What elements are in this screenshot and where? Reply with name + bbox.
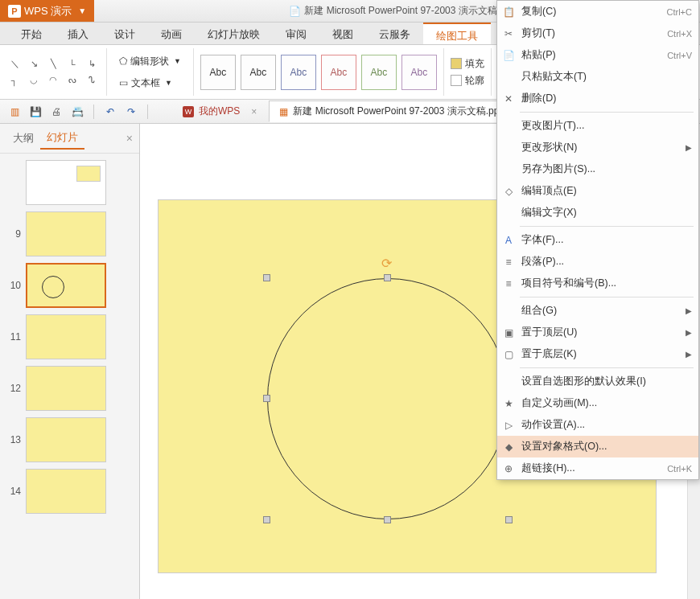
thumbnail[interactable] [26,211,106,256]
curve-icon[interactable]: ◡ [26,74,42,87]
menu-item[interactable]: 编辑文字(X) [497,202,698,224]
edit-shape-button[interactable]: ⬠ 编辑形状 ▼ [113,52,187,71]
thumbnail-row[interactable]: 10 [3,260,136,311]
elbow2-icon[interactable]: ┐ [6,74,23,87]
menu-label: 编辑文字(X) [521,206,577,219]
menu-item[interactable]: ✕删除(D) [497,88,698,109]
style-preset[interactable]: Abc [401,55,437,90]
undo-icon[interactable]: ↶ [102,104,118,120]
menu-item[interactable]: 另存为图片(S)... [497,158,698,180]
thumbnail[interactable] [26,417,106,462]
tab-插入[interactable]: 插入 [55,23,101,44]
resize-handle[interactable] [263,516,270,523]
tab-开始[interactable]: 开始 [8,23,55,44]
menu-item[interactable]: ◇编辑顶点(E) [497,180,698,202]
menu-icon: ⊕ [502,462,515,475]
menu-item[interactable]: ▷动作设置(A)... [497,414,698,436]
menu-item[interactable]: 设置自选图形的默认效果(I) [497,371,698,392]
menu-label: 设置对象格式(O)... [521,440,607,453]
menu-icon: ★ [502,397,515,410]
fill-outline-group: 填充 轮廓 [451,48,492,96]
menu-item[interactable]: ▢置于底层(K)▶ [497,343,698,365]
fill-button[interactable]: 填充 [451,57,484,71]
thumbnail[interactable] [26,469,106,514]
menu-item[interactable]: 更改图片(T)... [497,115,698,137]
menu-item[interactable]: 📄粘贴(P)Ctrl+V [497,44,698,66]
thumbnails[interactable]: 91011121314 [0,154,139,599]
thumbnail[interactable] [26,366,106,411]
tab-my-wps[interactable]: 我的WPS × [172,101,267,122]
save-icon[interactable]: 💾 [27,104,43,120]
selection-box[interactable]: ⟳ [267,278,509,519]
menu-item[interactable]: ≡段落(P)... [497,251,698,273]
app-menu-caret[interactable]: ▼ [78,6,86,15]
tab-动画[interactable]: 动画 [148,23,195,44]
tab-云服务[interactable]: 云服务 [366,23,423,44]
thumbnail-row[interactable]: 11 [3,311,136,363]
menu-item[interactable]: 更改形状(N)▶ [497,137,698,158]
print2-icon[interactable]: 📇 [69,104,85,120]
elbow-arrow-icon[interactable]: ↳ [84,58,100,71]
scribble-icon[interactable]: ᔓ [64,74,80,87]
outline-label: 轮廓 [465,74,484,88]
style-preset[interactable]: Abc [241,55,276,90]
redo-icon[interactable]: ↷ [123,104,139,120]
close-icon[interactable]: × [251,106,257,117]
circle-shape[interactable] [267,278,509,519]
thumbnail-row[interactable] [3,157,136,208]
line-icon[interactable]: ＼ [6,58,23,71]
menu-item[interactable]: 📋复制(C)Ctrl+C [497,1,698,23]
menu-item[interactable]: A字体(F)... [497,229,698,251]
app-logo[interactable]: WPS 演示 ▼ [0,0,94,22]
menu-item[interactable]: ◆设置对象格式(O)... [497,436,698,457]
elbow-icon[interactable]: └ [64,58,80,71]
menu-item[interactable]: 只粘贴文本(T) [497,66,698,88]
menu-item[interactable]: ⊕超链接(H)...Ctrl+K [497,457,698,479]
rotate-handle[interactable]: ⟳ [381,256,392,271]
menu-label: 删除(D) [521,92,556,105]
thumbnail-row[interactable]: 12 [3,363,136,414]
print-icon[interactable]: 🖨 [48,104,64,120]
resize-handle[interactable] [263,395,270,402]
new-icon[interactable]: ▥ [6,104,23,120]
style-preset[interactable]: Abc [321,55,356,90]
outline-button[interactable]: 轮廓 [451,74,484,88]
menu-item[interactable]: 组合(G)▶ [497,300,698,322]
text-box-button[interactable]: ▭ 文本框 ▼ [113,74,187,92]
tab-幻灯片放映[interactable]: 幻灯片放映 [195,23,273,44]
menu-item[interactable]: ✂剪切(T)Ctrl+X [497,23,698,44]
shape-gallery[interactable]: ＼ ↘ ╲ └ ↳ ┐ ◡ ◠ ᔓ ᔐ [6,58,100,87]
menu-item[interactable]: ≡项目符号和编号(B)... [497,273,698,294]
tab-视图[interactable]: 视图 [319,23,366,44]
style-preset[interactable]: Abc [361,55,397,90]
thumbnail-row[interactable]: 14 [3,466,136,517]
style-preset[interactable]: Abc [281,55,316,90]
submenu-arrow-icon: ▶ [686,350,692,359]
free-icon[interactable]: ᔐ [84,74,100,87]
menu-item[interactable]: ▣置于顶层(U)▶ [497,322,698,343]
edit-group: ⬠ 编辑形状 ▼ ▭ 文本框 ▼ [113,48,194,96]
doc-name: 新建 Microsoft PowerPoint 97-2003 演示文稿.p [304,4,504,18]
line2-icon[interactable]: ╲ [45,58,61,71]
style-gallery[interactable]: AbcAbcAbcAbcAbcAbc [200,55,437,90]
tab-设计[interactable]: 设计 [101,23,148,44]
thumbnail[interactable] [26,160,106,205]
tab-outline[interactable]: 大纲 [6,128,40,149]
close-icon[interactable]: × [126,132,133,145]
resize-handle[interactable] [384,274,391,281]
thumbnail[interactable] [26,263,106,308]
menu-icon: ✂ [502,27,515,40]
style-preset[interactable]: Abc [200,55,236,90]
resize-handle[interactable] [263,274,270,281]
resize-handle[interactable] [505,516,513,523]
curve2-icon[interactable]: ◠ [45,74,61,87]
arrow-icon[interactable]: ↘ [26,58,42,71]
tab-审阅[interactable]: 审阅 [273,23,319,44]
tab-绘图工具[interactable]: 绘图工具 [423,23,491,44]
resize-handle[interactable] [384,516,391,523]
thumbnail[interactable] [26,314,106,359]
thumbnail-row[interactable]: 13 [3,414,136,466]
menu-item[interactable]: ★自定义动画(M)... [497,392,698,414]
tab-slides[interactable]: 幻灯片 [40,127,84,150]
thumbnail-row[interactable]: 9 [3,208,136,260]
